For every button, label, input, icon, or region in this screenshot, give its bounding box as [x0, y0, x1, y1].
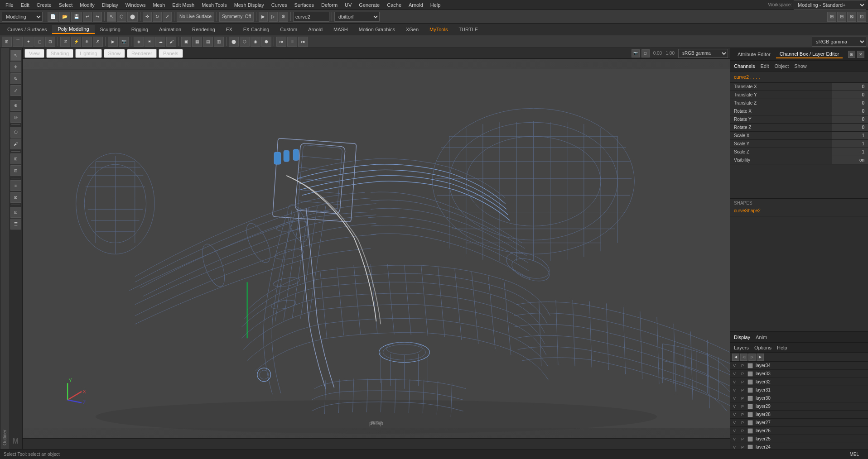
shelf-btn1[interactable]: ⊞ — [827, 12, 836, 22]
tab-poly-modeling[interactable]: Poly Modeling — [52, 25, 94, 34]
panel-close-btn[interactable]: ✕ — [857, 51, 864, 58]
layout-btn4[interactable]: ▥ — [214, 37, 224, 47]
menu-arnold[interactable]: Arnold — [405, 1, 427, 9]
channel-scale-z[interactable]: Scale Z 1 — [730, 148, 868, 156]
mode-dropdown[interactable]: Modeling — [2, 12, 43, 22]
menu-file[interactable]: File — [2, 1, 17, 9]
menu-create[interactable]: Create — [33, 1, 55, 9]
options-opt[interactable]: Options — [754, 345, 772, 350]
channel-translate-y[interactable]: Translate Y 0 — [730, 91, 868, 99]
soft-select-btn[interactable]: ◎ — [10, 112, 21, 123]
ipr-btn[interactable]: ▷ — [269, 12, 278, 22]
anim-tab[interactable]: Anim — [756, 335, 767, 340]
anim-btn2[interactable]: ⏸ — [287, 37, 297, 47]
menu-windows[interactable]: Windows — [122, 1, 149, 9]
layer-row-30[interactable]: V P layer30 — [730, 394, 868, 402]
gamma-dropdown[interactable]: sRGB gamma — [812, 37, 866, 47]
layer-row-29[interactable]: V P layer29 — [730, 402, 868, 411]
layout-btn2[interactable]: ▦ — [192, 37, 202, 47]
layout-btn1[interactable]: ▣ — [181, 37, 191, 47]
menu-uv[interactable]: UV — [341, 1, 355, 9]
tab-rendering[interactable]: Rendering — [187, 25, 221, 33]
menu-select[interactable]: Select — [55, 1, 77, 9]
camera-input[interactable] — [293, 12, 329, 22]
move-tool-btn[interactable]: ✛ — [143, 12, 152, 22]
layer-row-34[interactable]: V P layer34 — [730, 362, 868, 370]
freeze-btn[interactable]: ❄ — [82, 37, 92, 47]
outliner-tab[interactable]: Outliner — [0, 48, 9, 449]
new-scene-btn[interactable]: 📄 — [48, 12, 58, 22]
menu-mesh-tools[interactable]: Mesh Tools — [198, 1, 230, 9]
workspace-dropdown[interactable]: Modeling - Standard+ — [794, 0, 866, 10]
eval-btn[interactable]: ⚡ — [71, 37, 81, 47]
channel-rotate-x[interactable]: Rotate X 0 — [730, 107, 868, 115]
display-tab[interactable]: Display — [734, 335, 750, 340]
snap-curve-btn[interactable]: ⌒ — [13, 37, 23, 47]
channel-translate-x[interactable]: Translate X 0 — [730, 83, 868, 91]
menu-edit-mesh[interactable]: Edit Mesh — [169, 1, 198, 9]
quick-sel-btn[interactable]: ⊠ — [10, 192, 21, 203]
channel-visibility[interactable]: Visibility on — [730, 156, 868, 164]
snap-point-btn[interactable]: ✦ — [24, 37, 34, 47]
snap-grid-btn[interactable]: ⊞ — [2, 37, 12, 47]
menu-mesh-display[interactable]: Mesh Display — [231, 1, 268, 9]
anim-btn3[interactable]: ⏭ — [298, 37, 308, 47]
open-scene-btn[interactable]: 📂 — [59, 12, 70, 22]
channel-scale-y[interactable]: Scale Y 1 — [730, 140, 868, 148]
sel-mask-btn1[interactable]: ⬤ — [229, 37, 239, 47]
edit-tab[interactable]: Edit — [760, 63, 769, 69]
shapes-item[interactable]: curveShape2 — [734, 207, 864, 214]
capture-btn[interactable]: 📷 — [119, 37, 129, 47]
snap-grid-side[interactable]: ⊟ — [10, 165, 21, 176]
vp-iso-btn[interactable]: ◻ — [641, 49, 650, 57]
vp-shading-menu[interactable]: Shading — [46, 49, 73, 58]
sel-mask-btn2[interactable]: ⬡ — [240, 37, 250, 47]
snap-view-btn[interactable]: ⊡ — [45, 37, 55, 47]
vp-renderer-menu[interactable]: Renderer — [127, 49, 157, 58]
shelf-btn4[interactable]: ⊡ — [857, 12, 866, 22]
move-tool-side[interactable]: ✛ — [10, 62, 21, 72]
tab-mytools[interactable]: MyTools — [424, 25, 453, 33]
render-settings-btn[interactable]: ⚙ — [279, 12, 288, 22]
layer-row-27[interactable]: V P layer27 — [730, 419, 868, 427]
rotate-tool-btn[interactable]: ↻ — [153, 12, 162, 22]
attr-editor-side[interactable]: ⊡ — [10, 207, 21, 218]
tab-fx-caching[interactable]: FX Caching — [238, 25, 275, 33]
lasso-select-btn[interactable]: ⬡ — [117, 12, 126, 22]
tab-xgen[interactable]: XGen — [400, 25, 424, 33]
undo-btn[interactable]: ↩ — [83, 12, 92, 22]
symmetry-btn[interactable]: Symmetry: Off — [219, 12, 254, 22]
vp-panels-menu[interactable]: Panels — [159, 49, 183, 58]
tab-arnold[interactable]: Arnold — [303, 25, 328, 33]
channels-tab[interactable]: Channels — [734, 63, 755, 69]
sel-mask-btn3[interactable]: ◉ — [251, 37, 260, 47]
light-btn[interactable]: ☀ — [145, 37, 154, 47]
tab-mash[interactable]: MASH — [328, 25, 353, 33]
tab-sculpting[interactable]: Sculpting — [95, 25, 126, 33]
layer-row-28[interactable]: V P layer28 — [730, 411, 868, 419]
select-tool-btn[interactable]: ↖ — [107, 12, 116, 22]
paint-btn[interactable]: 🖌 — [166, 37, 176, 47]
channel-rotate-z[interactable]: Rotate Z 0 — [730, 124, 868, 132]
vp-lighting-menu[interactable]: Lighting — [75, 49, 102, 58]
tab-animation[interactable]: Animation — [154, 25, 187, 33]
select-tool-side[interactable]: ↖ — [10, 50, 21, 61]
menu-edit[interactable]: Edit — [17, 1, 33, 9]
layer-next-btn[interactable]: ▶ — [757, 354, 764, 361]
tab-fx[interactable]: FX — [221, 25, 238, 33]
show-tab[interactable]: Show — [794, 63, 807, 69]
menu-cache[interactable]: Cache — [383, 1, 405, 9]
panel-float-btn[interactable]: ⊞ — [848, 51, 855, 58]
menu-display[interactable]: Display — [98, 1, 122, 9]
attr-editor-tab[interactable]: Attribute Editor — [734, 51, 774, 58]
layer-prev-btn[interactable]: ◀ — [732, 354, 739, 361]
layer-btn-side[interactable]: ≡ — [10, 180, 21, 191]
menu-generate[interactable]: Generate — [355, 1, 383, 9]
render-btn[interactable]: ▶ — [259, 12, 268, 22]
vp-cam-btn[interactable]: 📷 — [632, 49, 640, 57]
menu-surfaces[interactable]: Surfaces — [291, 1, 318, 9]
layer-row-32[interactable]: V P layer32 — [730, 378, 868, 386]
scale-tool-side[interactable]: ⤢ — [10, 85, 21, 96]
channel-box-side[interactable]: ☰ — [10, 219, 21, 230]
menu-help[interactable]: Help — [427, 1, 444, 9]
